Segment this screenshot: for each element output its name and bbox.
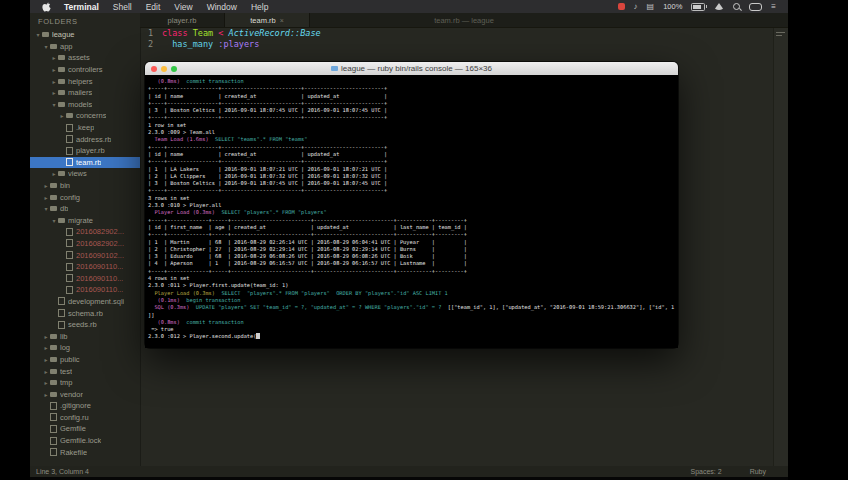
tree-item-.gitignore[interactable]: .gitignore — [30, 400, 140, 412]
folder-open-icon — [50, 44, 57, 49]
syntax-mode[interactable]: Ruby — [750, 468, 766, 475]
menu-item-view[interactable]: View — [167, 2, 199, 12]
menu-item-window[interactable]: Window — [200, 2, 244, 12]
notification-center-icon[interactable]: ≡ — [771, 3, 776, 11]
terminal-text: ]] — [148, 312, 154, 318]
tree-item-public[interactable]: ▸public — [30, 354, 140, 366]
battery-icon[interactable] — [691, 3, 705, 11]
tree-item-bin[interactable]: ▸bin — [30, 180, 140, 192]
minimap[interactable] — [773, 28, 788, 466]
terminal-line: +----+----------------+-----------------… — [148, 158, 675, 165]
tree-item-seeds.rb[interactable]: seeds.rb — [30, 319, 140, 331]
tree-item-db[interactable]: ▾db — [30, 203, 140, 215]
tree-item-.keep[interactable]: .keep — [30, 122, 140, 134]
disclosure-arrow-icon: ▸ — [50, 170, 58, 177]
tree-item-assets[interactable]: ▸assets — [30, 52, 140, 64]
tab-team-rb[interactable]: team.rb× — [225, 13, 310, 27]
tree-item-gemfile[interactable]: Gemfile — [30, 423, 140, 435]
terminal-text — [148, 319, 158, 325]
tree-item-league[interactable]: ▾league — [30, 29, 140, 41]
spotlight-icon[interactable] — [733, 3, 740, 10]
tree-item-config[interactable]: ▸config — [30, 191, 140, 203]
terminal-text: 2.3.0 :012 > Player.second.update( — [148, 333, 256, 339]
tree-item-log[interactable]: ▸log — [30, 342, 140, 354]
code-text: has_many :players — [162, 39, 259, 50]
tree-item-2016090110...[interactable]: 2016090110... — [30, 272, 140, 284]
tree-item-label: models — [68, 100, 92, 109]
tree-item-lib[interactable]: ▸lib — [30, 330, 140, 342]
tree-item-2016082902...[interactable]: 2016082902... — [30, 226, 140, 238]
tree-item-app[interactable]: ▾app — [30, 41, 140, 53]
file-icon — [50, 402, 57, 410]
terminal-line: (0.8ms) commit transaction — [148, 78, 675, 85]
code-token: class — [162, 28, 193, 38]
terminal-line: 2.3.0 :010 > Player.all — [148, 202, 675, 209]
tree-item-2016090110...[interactable]: 2016090110... — [30, 261, 140, 273]
tree-item-2016082902...[interactable]: 2016082902... — [30, 238, 140, 250]
terminal-text: UPDATE "players" SET "team_id" = ?, "upd… — [196, 304, 442, 310]
tree-item-models[interactable]: ▾models — [30, 99, 140, 111]
tree-item-vendor[interactable]: ▸vendor — [30, 388, 140, 400]
terminal-text: | 1 | Martin | 68 | 2016-08-29 02:26:14 … — [148, 239, 467, 245]
tree-item-mailers[interactable]: ▸mailers — [30, 87, 140, 99]
disclosure-arrow-icon: ▸ — [42, 356, 50, 363]
tree-item-address.rb[interactable]: address.rb — [30, 133, 140, 145]
folder-icon — [331, 66, 338, 71]
tree-item-2016090102...[interactable]: 2016090102... — [30, 249, 140, 261]
menu-item-terminal[interactable]: Terminal — [57, 2, 106, 12]
terminal-line: Player Load (0.3ms) SELECT "players".* F… — [148, 290, 675, 297]
tree-item-label: tmp — [60, 378, 73, 387]
disclosure-arrow-icon: ▾ — [42, 43, 50, 50]
menu-item-help[interactable]: Help — [244, 2, 275, 12]
disclosure-arrow-icon: ▸ — [50, 54, 58, 61]
wifi-icon[interactable] — [714, 3, 724, 10]
tree-item-config.ru[interactable]: config.ru — [30, 412, 140, 424]
terminal-line: 2.3.0 :011 > Player.first.update(team_id… — [148, 282, 675, 289]
screen-record-icon[interactable] — [618, 3, 625, 10]
terminal-line: 1 row in set — [148, 122, 675, 129]
terminal-line: (0.1ms) begin transaction — [148, 297, 675, 304]
display-icon[interactable]: ▤ — [647, 3, 655, 11]
battery-percentage: 100% — [663, 2, 682, 11]
menu-bar: Terminal ShellEditViewWindowHelp ♪ ▤ 100… — [30, 0, 788, 13]
screen: Terminal ShellEditViewWindowHelp ♪ ▤ 100… — [0, 0, 848, 480]
tree-item-gemfile.lock[interactable]: Gemfile.lock — [30, 435, 140, 447]
tree-item-migrate[interactable]: ▾migrate — [30, 215, 140, 227]
tree-item-label: mailers — [68, 88, 92, 97]
terminal-line: (0.8ms) commit transaction — [148, 319, 675, 326]
folder-icon — [50, 380, 57, 385]
close-tab-icon[interactable]: × — [280, 17, 284, 24]
tab-player-rb[interactable]: player.rb — [140, 13, 225, 27]
volume-icon[interactable]: ♪ — [634, 3, 638, 11]
tree-item-player.rb[interactable]: player.rb — [30, 145, 140, 157]
tree-item-schema.rb[interactable]: schema.rb — [30, 307, 140, 319]
tab-label: team.rb — [250, 16, 275, 25]
terminal-output[interactable]: (0.8ms) commit transaction+----+--------… — [145, 75, 678, 348]
tree-item-label: Gemfile.lock — [60, 436, 101, 445]
disclosure-arrow-icon: ▾ — [50, 217, 58, 224]
tree-item-team.rb[interactable]: team.rb — [30, 157, 140, 169]
tree-item-test[interactable]: ▸test — [30, 365, 140, 377]
terminal-text: Player Load (0.3ms) — [154, 209, 221, 215]
folder-open-icon — [58, 102, 65, 107]
tree-item-views[interactable]: ▸views — [30, 168, 140, 180]
tree-item-label: team.rb — [76, 158, 101, 167]
tree-item-2016090110...[interactable]: 2016090110... — [30, 284, 140, 296]
folder-icon — [58, 55, 65, 60]
terminal-line: | 3 | Boston Celtics | 2016-09-01 18:07:… — [148, 180, 675, 187]
tree-item-tmp[interactable]: ▸tmp — [30, 377, 140, 389]
terminal-text: +----+----------------+-----------------… — [148, 114, 387, 120]
control-center-icon[interactable] — [749, 3, 762, 11]
menu-item-shell[interactable]: Shell — [106, 2, 139, 12]
apple-menu-icon[interactable] — [36, 2, 57, 12]
terminal-line: +----+-------------+-----+--------------… — [148, 217, 675, 224]
tree-item-development.sqli[interactable]: development.sqli — [30, 296, 140, 308]
indent-setting[interactable]: Spaces: 2 — [691, 468, 722, 475]
tree-item-helpers[interactable]: ▸helpers — [30, 75, 140, 87]
tree-item-rakefile[interactable]: Rakefile — [30, 446, 140, 458]
terminal-title-bar[interactable]: league — ruby bin/rails console — 165×36 — [145, 62, 678, 76]
menu-item-edit[interactable]: Edit — [139, 2, 168, 12]
terminal-line: => true — [148, 326, 675, 333]
tree-item-concerns[interactable]: ▸concerns — [30, 110, 140, 122]
tree-item-controllers[interactable]: ▸controllers — [30, 64, 140, 76]
